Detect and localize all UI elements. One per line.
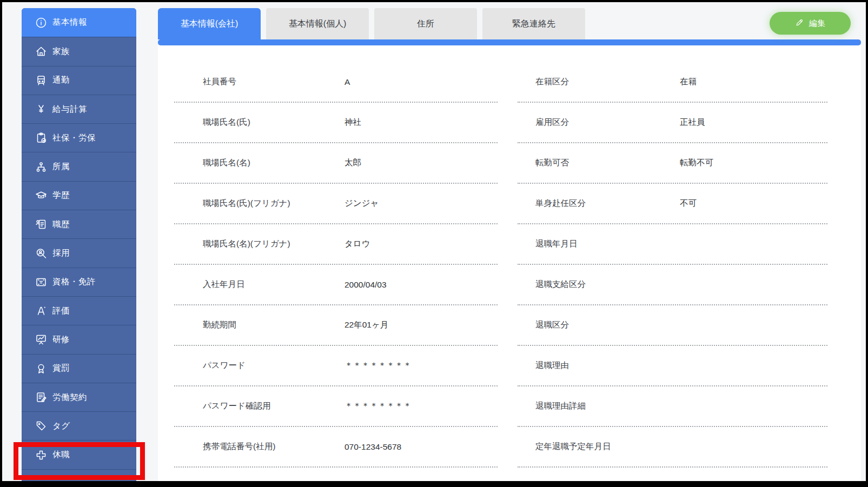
form-row: 職場氏名(氏)神社 <box>174 103 498 143</box>
sidebar-item-研修[interactable]: 研修 <box>22 325 136 353</box>
sidebar-item-label: 休職 <box>52 449 70 461</box>
form-column-right: 在籍区分在籍雇用区分正社員転勤可否転勤不可単身赴任区分不可退職年月日退職支給区分… <box>518 62 827 468</box>
sidebar-item-採用[interactable]: 採用 <box>22 238 136 267</box>
sidebar-item-給与計算[interactable]: 給与計算 <box>22 95 136 123</box>
field-value: 正社員 <box>680 117 705 128</box>
sidebar-nav: 基本情報家族通勤給与計算社保・労保所属学歴職歴採用資格・免許評価研修賞罰労働契約… <box>22 8 136 481</box>
sidebar-item-label: 採用 <box>52 248 70 259</box>
field-label: 定年退職予定年月日 <box>535 441 680 452</box>
field-label: 転勤可否 <box>535 157 680 169</box>
recruit-search-icon <box>35 247 48 260</box>
tab-label: 基本情報(個人) <box>289 18 347 30</box>
field-label: パスワード <box>203 360 344 371</box>
insurance-clipboard-icon <box>35 131 48 144</box>
field-value: ＊＊＊＊＊＊＊＊ <box>344 401 412 412</box>
field-label: 退職支給区分 <box>535 279 680 290</box>
form-row: 退職理由 <box>518 346 827 386</box>
field-value: タロウ <box>344 238 370 250</box>
sidebar-item-label: 基本情報 <box>52 17 87 28</box>
detail-panel: 社員番号A職場氏名(氏)神社職場氏名(名)太郎職場氏名(氏)(フリガナ)ジンジャ… <box>158 45 861 481</box>
edit-button[interactable]: 編集 <box>770 12 851 35</box>
tab-住所[interactable]: 住所 <box>374 8 477 39</box>
sidebar-item-label: 職歴 <box>52 219 70 230</box>
sidebar-item-学歴[interactable]: 学歴 <box>22 181 136 210</box>
family-house-icon <box>35 45 48 58</box>
field-label: 退職区分 <box>535 319 680 331</box>
org-chart-icon <box>35 161 48 174</box>
form-row: 転勤可否転勤不可 <box>518 143 827 184</box>
tag-icon <box>35 419 48 432</box>
form-row: 退職支給区分 <box>518 265 827 305</box>
form-row: 退職区分 <box>518 305 827 346</box>
info-icon <box>35 16 48 29</box>
field-value: 2000/04/03 <box>344 280 387 290</box>
field-label: 退職年月日 <box>535 238 680 250</box>
sidebar-item-家族[interactable]: 家族 <box>22 37 136 65</box>
sidebar-item-労働契約[interactable]: 労働契約 <box>22 383 136 411</box>
form-row: 単身赴任区分不可 <box>518 184 827 224</box>
tab-基本情報(会社)[interactable]: 基本情報(会社) <box>158 8 261 39</box>
tab-緊急連絡先[interactable]: 緊急連絡先 <box>482 8 585 39</box>
field-label: 職場氏名(氏) <box>203 117 344 128</box>
field-label: 職場氏名(名)(フリガナ) <box>203 238 344 250</box>
sidebar-item-label: 給与計算 <box>52 104 87 115</box>
field-value: A <box>344 77 350 87</box>
field-label: 単身赴任区分 <box>535 198 680 209</box>
form-row: パスワード＊＊＊＊＊＊＊＊ <box>174 346 498 386</box>
sidebar-item-label: 研修 <box>52 334 70 345</box>
sidebar-item-休職[interactable]: 休職 <box>22 440 136 469</box>
form-row: 在籍区分在籍 <box>518 62 827 103</box>
sidebar-item-label: 賞罰 <box>52 363 70 374</box>
tab-label: 緊急連絡先 <box>512 18 555 30</box>
form-row: 勤続期間22年01ヶ月 <box>174 305 498 346</box>
tab-bar: 基本情報(会社)基本情報(個人)住所緊急連絡先 <box>158 8 585 39</box>
sidebar-item-職歴[interactable]: 職歴 <box>22 210 136 238</box>
sidebar-item-label: 家族 <box>52 46 70 57</box>
training-board-icon <box>35 333 48 346</box>
field-label: 入社年月日 <box>203 279 344 290</box>
sidebar-item-label: タグ <box>52 421 70 432</box>
tab-基本情報(個人)[interactable]: 基本情報(個人) <box>266 8 369 39</box>
form-row: パスワード確認用＊＊＊＊＊＊＊＊ <box>174 386 498 427</box>
field-label: 携帯電話番号(社用) <box>203 441 344 452</box>
field-value: 転勤不可 <box>680 157 713 169</box>
sidebar-item-所属[interactable]: 所属 <box>22 152 136 181</box>
sidebar-item-評価[interactable]: 評価 <box>22 296 136 325</box>
form-row: 退職理由詳細 <box>518 386 827 427</box>
form-row: 携帯電話番号(社用)070-1234-5678 <box>174 427 498 468</box>
field-label: 在籍区分 <box>535 76 680 88</box>
form-row: 社員番号A <box>174 62 498 103</box>
field-value: ジンジャ <box>344 198 379 209</box>
sidebar-item-通勤[interactable]: 通勤 <box>22 66 136 95</box>
field-label: 職場氏名(名) <box>203 157 344 169</box>
license-cert-icon <box>35 276 48 289</box>
edit-button-label: 編集 <box>809 18 825 29</box>
sidebar-item-社保・労保[interactable]: 社保・労保 <box>22 123 136 152</box>
sidebar-item-label: 労働契約 <box>52 392 87 403</box>
field-value: 在籍 <box>680 76 697 88</box>
sidebar-item-label: 所属 <box>52 161 70 172</box>
sidebar-item-資格・免許[interactable]: 資格・免許 <box>22 268 136 296</box>
tab-label: 住所 <box>417 18 434 30</box>
field-value: 22年01ヶ月 <box>344 319 388 331</box>
field-label: 勤続期間 <box>203 319 344 331</box>
field-label: 社員番号 <box>203 76 344 88</box>
field-value: ＊＊＊＊＊＊＊＊ <box>344 360 412 371</box>
sidebar-item-タグ[interactable]: タグ <box>22 411 136 440</box>
sidebar-item-賞罰[interactable]: 賞罰 <box>22 354 136 383</box>
sidebar-item-label: 社保・労保 <box>52 132 96 144</box>
sidebar-item-基本情報[interactable]: 基本情報 <box>22 8 136 37</box>
form-row: 定年退職予定年月日 <box>518 427 827 468</box>
form-row: 職場氏名(名)太郎 <box>174 143 498 184</box>
form-row: 雇用区分正社員 <box>518 103 827 143</box>
field-label: 雇用区分 <box>535 117 680 128</box>
field-value: 神社 <box>344 117 361 128</box>
sidebar-item-partial[interactable] <box>22 469 136 481</box>
contract-pen-icon <box>35 391 48 404</box>
active-tab-underline <box>158 39 861 45</box>
pencil-icon <box>795 18 804 29</box>
tab-label: 基本情報(会社) <box>181 18 238 30</box>
form-row: 職場氏名(氏)(フリガナ)ジンジャ <box>174 184 498 224</box>
form-row: 退職年月日 <box>518 224 827 265</box>
field-label: 退職理由 <box>535 360 680 371</box>
